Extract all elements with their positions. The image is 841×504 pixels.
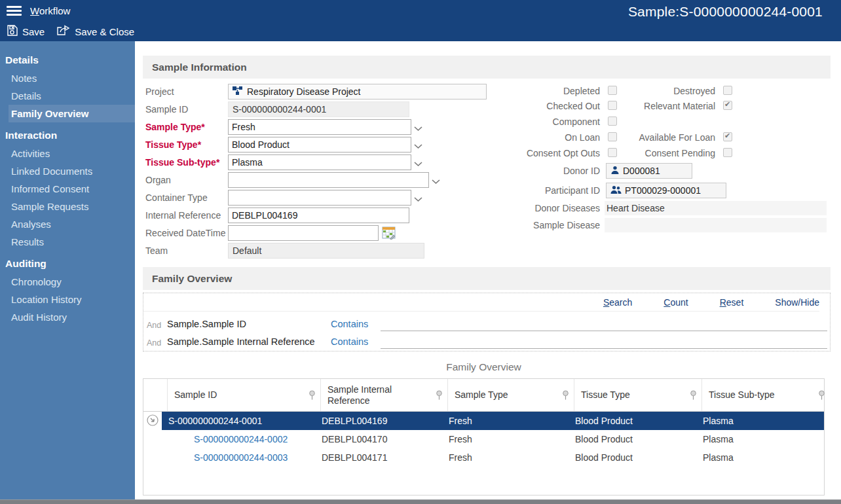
- sidebar-item-activities[interactable]: Activities: [0, 145, 135, 162]
- filter-pin-icon[interactable]: [436, 390, 443, 403]
- received-datetime-label: Received DateTime: [145, 226, 227, 241]
- organ-chevron-down-icon[interactable]: [432, 175, 440, 187]
- column-header-sample-id[interactable]: Sample ID: [168, 379, 321, 411]
- filter-field-name: Sample.Sample Internal Reference: [167, 334, 315, 349]
- consent-pending-checkbox[interactable]: [723, 148, 732, 157]
- workflow-menu[interactable]: Workflow: [30, 5, 70, 16]
- table-row[interactable]: S-000000000244-0001 DEBLPL004169 Fresh B…: [143, 412, 824, 430]
- tissue-type-field: [228, 137, 411, 153]
- table-row[interactable]: S-000000000244-0003 DEBLPL004171 Fresh B…: [143, 448, 824, 467]
- project-field[interactable]: Respiratory Disease Project: [228, 84, 487, 99]
- row-expander-cell: [143, 430, 162, 448]
- sample-type-label: Sample Type*: [145, 120, 227, 135]
- sidebar-item-chronology[interactable]: Chronology: [0, 273, 135, 291]
- sidebar-item-family-overview[interactable]: Family Overview: [9, 105, 135, 122]
- sample-type-input[interactable]: [228, 119, 411, 135]
- relevant-material-checkbox[interactable]: [723, 101, 732, 110]
- received-datetime-field: [228, 225, 379, 241]
- menu-row: Workflow Sample:S-000000000244-0001: [0, 0, 841, 22]
- filter-field-name: Sample.Sample ID: [167, 317, 246, 331]
- donor-id-field[interactable]: D000081: [606, 163, 692, 179]
- participant-id-field[interactable]: PT000029-000001: [606, 183, 726, 198]
- cell-sample-id[interactable]: S-000000000244-0001: [162, 412, 315, 430]
- destroyed-checkbox[interactable]: [723, 86, 732, 95]
- column-header-tissue-sub-type[interactable]: Tissue Sub-type: [702, 379, 830, 411]
- donor-diseases-label: Donor Diseases: [458, 203, 600, 213]
- received-datetime-input[interactable]: [228, 225, 379, 241]
- sidebar-item-notes[interactable]: Notes: [0, 69, 135, 87]
- filter-operator-link[interactable]: Contains: [331, 334, 368, 349]
- filter-pin-icon[interactable]: [562, 390, 569, 403]
- search-button[interactable]: Search: [603, 297, 632, 308]
- expand-row-icon[interactable]: [147, 414, 159, 428]
- sidebar-item-linked-documents[interactable]: Linked Documents: [0, 162, 135, 180]
- sidebar-item-sample-requests[interactable]: Sample Requests: [0, 198, 135, 215]
- cell-sample-id-link[interactable]: S-000000000244-0003: [162, 448, 315, 467]
- tissue-type-chevron-down-icon[interactable]: [414, 140, 422, 152]
- column-header-tissue-type[interactable]: Tissue Type: [574, 379, 702, 411]
- calendar-picker-icon[interactable]: [382, 226, 396, 242]
- on-loan-label: On Loan: [458, 132, 600, 143]
- sidebar-item-location-history[interactable]: Location History: [0, 291, 135, 308]
- cell-tissue-sub-type: Plasma: [696, 412, 824, 430]
- filter-sample-id-input[interactable]: [381, 317, 827, 331]
- sidebar-section-interaction: Interaction: [0, 126, 135, 145]
- family-overview-title: Family Overview: [152, 273, 232, 284]
- column-header-sample-type[interactable]: Sample Type: [448, 379, 574, 411]
- donor-id-label: Donor ID: [458, 166, 600, 176]
- save-and-close-button-label: Save & Close: [75, 26, 134, 37]
- toolbar-row: Save Save & Close: [0, 22, 841, 41]
- tissue-sub-type-label: Tissue Sub-type*: [145, 155, 227, 170]
- destroyed-label: Destroyed: [616, 86, 715, 96]
- filter-operator-link[interactable]: Contains: [331, 317, 368, 331]
- sample-disease-label: Sample Disease: [458, 220, 600, 230]
- cell-sample-type: Fresh: [442, 430, 569, 448]
- reset-button[interactable]: Reset: [720, 297, 744, 308]
- show-hide-button[interactable]: Show/Hide: [775, 297, 819, 308]
- container-type-label: Container Type: [145, 190, 227, 206]
- save-button-label: Save: [22, 26, 45, 37]
- filter-internal-reference-input[interactable]: [381, 334, 827, 349]
- count-button[interactable]: Count: [663, 297, 688, 308]
- tissue-type-label: Tissue Type*: [145, 137, 227, 153]
- sample-type-chevron-down-icon[interactable]: [414, 122, 422, 134]
- team-label: Team: [145, 243, 227, 259]
- internal-reference-input[interactable]: [228, 207, 409, 223]
- tissue-sub-type-input[interactable]: [228, 154, 411, 170]
- save-and-close-button[interactable]: Save & Close: [56, 25, 134, 38]
- component-checkbox[interactable]: [608, 117, 617, 126]
- save-button[interactable]: Save: [7, 25, 45, 38]
- table-row[interactable]: S-000000000244-0002 DEBLPL004170 Fresh B…: [143, 430, 824, 448]
- cell-tissue-sub-type: Plasma: [696, 430, 824, 448]
- available-for-loan-checkbox[interactable]: [723, 132, 732, 141]
- filter-pin-icon[interactable]: [818, 390, 825, 403]
- filter-pin-icon[interactable]: [308, 390, 316, 403]
- hamburger-menu-icon[interactable]: [7, 4, 22, 18]
- sidebar-section-details: Details: [0, 51, 135, 69]
- participant-id-label: Participant ID: [458, 185, 600, 196]
- filter-conjunction: And: [147, 318, 161, 333]
- cell-tissue-sub-type: Plasma: [696, 448, 824, 467]
- sidebar-item-analyses[interactable]: Analyses: [0, 215, 135, 233]
- top-bar: Workflow Sample:S-000000000244-0001 Save…: [0, 0, 841, 41]
- team-value: Default: [228, 243, 424, 259]
- tissue-sub-type-chevron-down-icon[interactable]: [414, 158, 422, 170]
- header-expander-column: [143, 379, 168, 411]
- sidebar-item-audit-history[interactable]: Audit History: [0, 308, 135, 326]
- donor-diseases-value: Heart Disease: [605, 201, 827, 215]
- participant-id-value: PT000029-000001: [625, 185, 701, 196]
- cell-sample-id-link[interactable]: S-000000000244-0002: [162, 430, 315, 448]
- internal-reference-field: [228, 207, 409, 223]
- row-expander-cell: [143, 448, 162, 467]
- container-type-input[interactable]: [228, 190, 411, 206]
- column-header-sample-internal-reference[interactable]: Sample Internal Reference: [321, 379, 448, 411]
- sidebar-item-details[interactable]: Details: [0, 87, 135, 105]
- sidebar-item-results[interactable]: Results: [0, 233, 135, 251]
- tissue-sub-type-field: [228, 154, 411, 170]
- container-type-chevron-down-icon[interactable]: [414, 193, 422, 205]
- organ-field: [228, 172, 429, 188]
- organ-input[interactable]: [228, 172, 429, 188]
- tissue-type-input[interactable]: [228, 137, 411, 153]
- filter-pin-icon[interactable]: [690, 390, 697, 403]
- sidebar-item-informed-consent[interactable]: Informed Consent: [0, 180, 135, 198]
